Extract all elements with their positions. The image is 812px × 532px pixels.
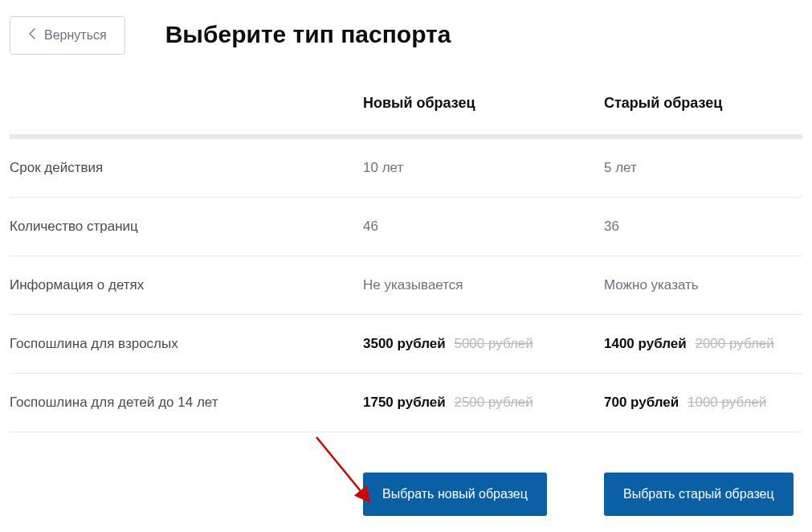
select-old-button[interactable]: Выбрать старый образец [604, 473, 794, 516]
back-button-label: Вернуться [44, 28, 107, 43]
row-value-new: 46 [363, 219, 604, 235]
comparison-table: Новый образец Старый образец Срок действ… [10, 95, 802, 432]
row-value-old: 5 лет [604, 160, 802, 176]
strike-price: 1000 рублей [688, 395, 766, 410]
page-title: Выберите тип паспорта [165, 21, 451, 48]
table-row: Количество страниц 46 36 [10, 198, 802, 256]
select-new-button[interactable]: Выбрать новый образец [363, 473, 547, 516]
row-value-new: 10 лет [363, 160, 604, 176]
strike-price: 5000 рублей [454, 336, 532, 351]
row-value-new: 1750 рублей 2500 рублей [363, 395, 604, 411]
table-row: Госпошлина для взрослых 3500 рублей 5000… [10, 315, 802, 374]
strike-price: 2000 рублей [695, 336, 773, 351]
row-value-old: 700 рублей 1000 рублей [604, 395, 802, 411]
row-value-old: 36 [604, 219, 802, 235]
strike-price: 2500 рублей [454, 395, 532, 410]
column-header-old: Старый образец [604, 95, 802, 112]
row-value-old: Можно указать [604, 277, 802, 293]
table-row: Срок действия 10 лет 5 лет [10, 139, 802, 198]
row-label: Количество страниц [10, 219, 363, 235]
row-label: Госпошлина для взрослых [10, 336, 363, 352]
row-label: Информация о детях [10, 277, 363, 293]
row-label: Срок действия [10, 160, 363, 176]
back-button[interactable]: Вернуться [10, 16, 125, 55]
row-value-new: Не указывается [363, 277, 604, 293]
chevron-left-icon [28, 28, 36, 43]
column-header-new: Новый образец [363, 95, 604, 112]
row-label: Госпошлина для детей до 14 лет [10, 395, 363, 411]
row-value-new: 3500 рублей 5000 рублей [363, 336, 604, 352]
row-value-old: 1400 рублей 2000 рублей [604, 336, 802, 352]
table-row: Информация о детях Не указывается Можно … [10, 256, 802, 315]
table-row: Госпошлина для детей до 14 лет 1750 рубл… [10, 374, 802, 432]
